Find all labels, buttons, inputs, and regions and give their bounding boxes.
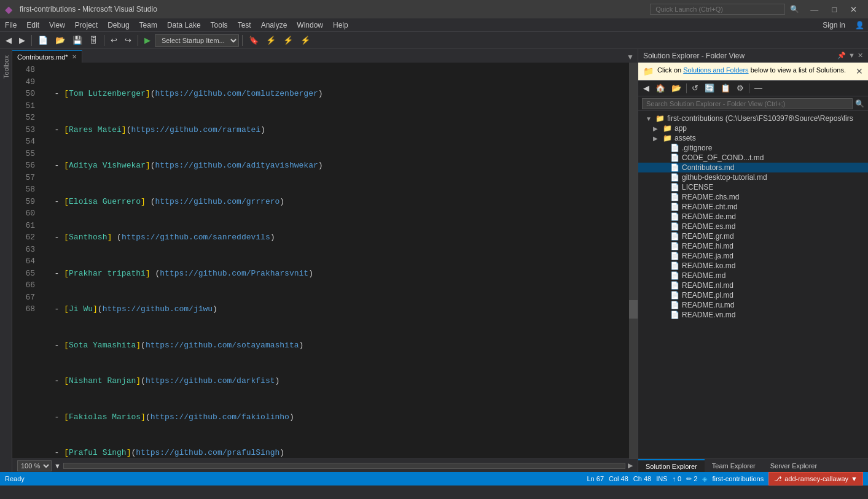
file-icon-contributors: 📄 — [670, 163, 679, 172]
se-filter-button[interactable]: ⚙ — [734, 82, 746, 94]
close-button[interactable]: ✕ — [844, 4, 863, 15]
se-item-readme-gr[interactable]: 📄 README.gr.md — [638, 231, 868, 241]
se-back-button[interactable]: ◀ — [641, 82, 652, 94]
notification-close-button[interactable]: ✕ — [856, 66, 863, 76]
se-item-readme-vn[interactable]: 📄 README.vn.md — [638, 310, 868, 320]
active-tab[interactable]: Contributors.md* ✕ — [12, 50, 82, 63]
se-item-license[interactable]: 📄 LICENSE — [638, 182, 868, 192]
quick-launch-input[interactable] — [650, 4, 785, 15]
editor-scrollbar[interactable] — [629, 63, 638, 458]
tab-scroll-arrow[interactable]: ▼ — [623, 52, 638, 63]
se-sync-button[interactable]: ↺ — [689, 82, 701, 94]
branch-dropdown-icon: ▼ — [851, 475, 858, 482]
tab-server-explorer[interactable]: Server Explorer — [763, 459, 824, 472]
se-root-item[interactable]: ▼ 📁 first-contributions (C:\Users\FS1039… — [638, 114, 868, 123]
toolbar-redo[interactable]: ↪ — [122, 34, 135, 46]
horizontal-scrollbar[interactable] — [63, 463, 625, 469]
toolbar-forward[interactable]: ▶ — [16, 34, 28, 46]
menu-debug[interactable]: Debug — [103, 20, 134, 31]
se-item-readme-chs[interactable]: 📄 README.chs.md — [638, 192, 868, 202]
minimize-button[interactable]: — — [804, 4, 824, 15]
menu-project[interactable]: Project — [70, 20, 103, 31]
maximize-button[interactable]: □ — [826, 4, 843, 15]
menu-tools[interactable]: Tools — [206, 20, 233, 31]
se-item-readme-hi[interactable]: 📄 README.hi.md — [638, 241, 868, 251]
zoom-dropdown-icon[interactable]: ▼ — [54, 462, 61, 470]
expand-assets[interactable]: ▶ — [653, 135, 660, 142]
se-item-github-tutorial[interactable]: 📄 github-desktop-tutorial.md — [638, 172, 868, 182]
se-home-button[interactable]: 🏠 — [653, 82, 668, 94]
menu-datalake[interactable]: Data Lake — [162, 20, 206, 31]
main-area: Toolbox Contributors.md* ✕ ▼ 48 49 50 51… — [0, 49, 868, 472]
se-item-contributors[interactable]: 📄 Contributors.md — [638, 163, 868, 172]
tab-solution-explorer[interactable]: Solution Explorer — [638, 459, 705, 472]
se-item-assets[interactable]: ▶ 📁 assets — [638, 133, 868, 143]
notification-icon: 📁 — [643, 66, 654, 76]
se-dropdown-button[interactable]: ▼ — [848, 52, 855, 60]
se-refresh-button[interactable]: 🔄 — [702, 82, 717, 94]
se-item-readme-ru[interactable]: 📄 README.ru.md — [638, 300, 868, 310]
menu-analyze[interactable]: Analyze — [256, 20, 292, 31]
se-item-app[interactable]: ▶ 📁 app — [638, 123, 868, 133]
toolbar-sep-4 — [242, 35, 243, 46]
menu-edit[interactable]: Edit — [22, 20, 44, 31]
startup-dropdown[interactable]: Select Startup Item... — [155, 34, 239, 47]
bottom-tabs: Solution Explorer Team Explorer Server E… — [638, 458, 868, 472]
se-folder-button[interactable]: 📂 — [669, 82, 684, 94]
account-icon[interactable]: 👤 — [851, 20, 868, 31]
toolbar-new[interactable]: 📄 — [35, 34, 51, 46]
menu-test[interactable]: Test — [233, 20, 256, 31]
se-item-readme-pl[interactable]: 📄 README.pl.md — [638, 290, 868, 300]
se-item-label-readme-gr: README.gr.md — [682, 232, 866, 241]
se-item-label-readme-md: README.md — [682, 271, 866, 280]
tab-close-button[interactable]: ✕ — [72, 53, 77, 60]
code-content[interactable]: - [Tom Lutzenberger](https://github.com/… — [40, 63, 629, 458]
status-branch-section[interactable]: ⎇ add-ramsey-callaway ▼ — [768, 472, 863, 485]
zoom-select[interactable]: 100 % — [17, 460, 52, 471]
se-item-readme-nl[interactable]: 📄 README.nl.md — [638, 280, 868, 290]
toolbar-extra-2[interactable]: ⚡ — [280, 34, 296, 46]
tab-team-explorer[interactable]: Team Explorer — [705, 459, 763, 472]
se-item-code-of-conduct[interactable]: 📄 CODE_OF_COND...t.md — [638, 153, 868, 163]
toolbar-undo[interactable]: ↩ — [108, 34, 120, 46]
se-pin-button[interactable]: 📌 — [837, 52, 846, 60]
menu-team[interactable]: Team — [135, 20, 162, 31]
toolbar-save-all[interactable]: 🗄 — [87, 34, 101, 46]
menu-help[interactable]: Help — [328, 20, 353, 31]
toolbar-run[interactable]: ▶ — [141, 34, 154, 46]
menu-window[interactable]: Window — [292, 20, 328, 31]
menu-view[interactable]: View — [44, 20, 70, 31]
se-title: Solution Explorer - Folder View — [643, 52, 837, 60]
toolbar-open[interactable]: 📂 — [52, 34, 68, 46]
expand-app[interactable]: ▶ — [653, 125, 660, 132]
notification-link[interactable]: Solutions and Folders — [683, 66, 748, 74]
scroll-right-arrow[interactable]: ▶ — [628, 462, 633, 470]
menu-file[interactable]: File — [0, 20, 22, 31]
toolbar-save[interactable]: 💾 — [69, 34, 85, 46]
toolbar-bookmark[interactable]: 🔖 — [246, 34, 262, 46]
se-item-readme-ja[interactable]: 📄 README.ja.md — [638, 251, 868, 261]
se-search-icon[interactable]: 🔍 — [855, 99, 864, 108]
toolbar-extra-1[interactable]: ⚡ — [263, 34, 279, 46]
se-collapse-button[interactable]: — — [752, 82, 765, 94]
se-item-readme-md[interactable]: 📄 README.md — [638, 271, 868, 280]
toolbox-label[interactable]: Toolbox — [2, 55, 10, 79]
se-item-readme-ko[interactable]: 📄 README.ko.md — [638, 261, 868, 271]
toolbar-extra-3[interactable]: ⚡ — [297, 34, 313, 46]
se-item-gitignore[interactable]: 📄 .gitignore — [638, 143, 868, 153]
se-close-button[interactable]: ✕ — [858, 52, 863, 60]
se-root-expand[interactable]: ▼ — [646, 115, 653, 122]
sign-in-button[interactable]: Sign in — [816, 20, 851, 31]
se-item-readme-de[interactable]: 📄 README.de.md — [638, 212, 868, 222]
folder-icon-app: 📁 — [663, 124, 672, 133]
toolbox-strip[interactable]: Toolbox — [0, 49, 12, 472]
line-numbers: 48 49 50 51 52 53 54 55 56 57 58 59 60 6… — [12, 63, 40, 458]
menu-bar: File Edit View Project Debug Team Data L… — [0, 18, 868, 32]
se-search-input[interactable] — [642, 98, 853, 109]
se-tree[interactable]: ▼ 📁 first-contributions (C:\Users\FS1039… — [638, 111, 868, 458]
se-controls: 📌 ▼ ✕ — [837, 52, 863, 60]
se-copy-button[interactable]: 📋 — [718, 82, 733, 94]
toolbar-back[interactable]: ◀ — [2, 34, 15, 46]
se-item-readme-es[interactable]: 📄 README.es.md — [638, 222, 868, 231]
se-item-readme-cht[interactable]: 📄 README.cht.md — [638, 202, 868, 212]
